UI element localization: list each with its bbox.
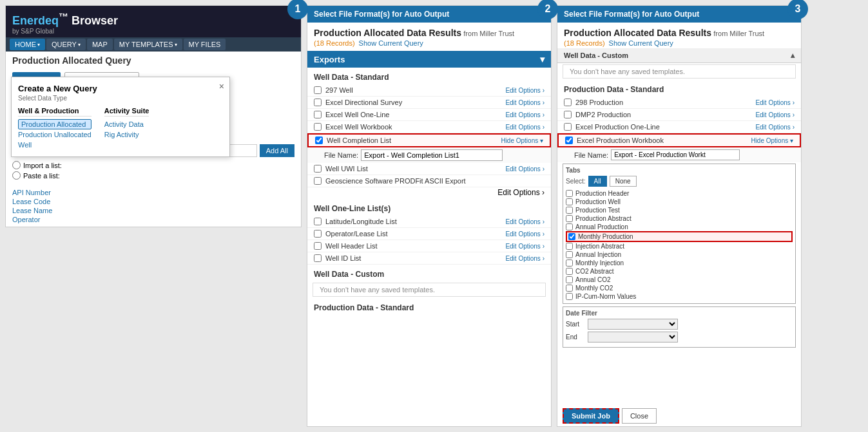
checkbox-prodfit[interactable]: [314, 177, 322, 185]
edit-options-oneline[interactable]: Edit Options ›: [505, 111, 545, 118]
checkbox-ip-cum[interactable]: [566, 293, 573, 300]
checkbox-wellheader[interactable]: [314, 242, 322, 250]
tab-label-annual-injection: Annual Injection: [575, 251, 621, 258]
file-name-input-prod[interactable]: [611, 149, 740, 160]
checkbox-annual-co2[interactable]: [566, 276, 573, 283]
paste-radio[interactable]: [12, 171, 21, 180]
date-start-row: Start: [566, 319, 793, 330]
checkbox-monthly-co2[interactable]: [566, 285, 573, 292]
checkbox-dmp2[interactable]: [564, 111, 572, 118]
edit-options-excel-prod-oneline[interactable]: Edit Options ›: [755, 124, 795, 131]
hide-options-completion[interactable]: Hide Options ▾: [501, 137, 543, 144]
edit-options-wellheader[interactable]: Edit Options ›: [505, 243, 545, 250]
panel-2-wrapper: Select File Format(s) for Auto Output Pr…: [307, 5, 552, 427]
tabs-none-button[interactable]: None: [610, 176, 637, 187]
checkbox-workbook[interactable]: [314, 123, 322, 131]
export-row-prodfit: Geoscience Software PRODFit ASCII Export: [307, 175, 551, 187]
tab-label-annual-co2: Annual CO2: [575, 276, 610, 283]
checkbox-prod-well[interactable]: [566, 198, 573, 205]
edit-options-298prod[interactable]: Edit Options ›: [755, 99, 795, 106]
tab-row-annual-injection: Annual Injection: [566, 250, 793, 259]
dropdown-title: Create a New Query: [18, 84, 223, 93]
links-area: API Number Lease Code Lease Name Operato…: [6, 185, 301, 227]
checkbox-prod-test[interactable]: [566, 207, 573, 214]
import-radio[interactable]: [12, 161, 21, 169]
nav-map[interactable]: MAP: [87, 39, 113, 50]
file-name-input-completion[interactable]: [361, 149, 503, 161]
panel2-records-row: (18 Records) Show Current Query: [314, 39, 545, 47]
edit-options-uwi[interactable]: Edit Options ›: [505, 165, 545, 173]
checkbox-completion[interactable]: [315, 136, 323, 144]
edit-options-directional[interactable]: Edit Options ›: [505, 99, 545, 106]
operator-link[interactable]: Operator: [12, 215, 294, 224]
show-current-query-link[interactable]: Show Current Query: [359, 39, 423, 47]
panel2-big-title: Production Allocated Data Results from M…: [314, 28, 545, 38]
label-297well: 297 Well: [325, 86, 505, 94]
checkbox-co2-abstract[interactable]: [566, 268, 573, 275]
date-start-select[interactable]: [588, 319, 678, 330]
checkbox-annual-prod[interactable]: [566, 223, 573, 230]
panel3-records-count: (18 Records): [564, 39, 605, 47]
panel-1: Enerdeq™ Browser by S&P Global HOME ▾ QU…: [5, 5, 302, 427]
export-row-completion: Well Completion List Hide Options ▾: [307, 133, 551, 147]
panel2-records-count: (18 Records): [314, 39, 355, 47]
checkbox-oplease[interactable]: [314, 230, 322, 238]
close-dropdown-button[interactable]: ×: [219, 81, 224, 91]
exports-bar[interactable]: Exports ▾: [307, 51, 551, 68]
edit-options-wellid[interactable]: Edit Options ›: [505, 255, 545, 262]
export-row-uwi: Well UWI List Edit Options ›: [307, 163, 551, 175]
checkbox-injection-abstract[interactable]: [566, 243, 573, 250]
hide-options-excel-prod-workbook[interactable]: Hide Options ▾: [751, 137, 793, 144]
production-unallocated-link[interactable]: Production Unallocated: [18, 129, 92, 140]
checkbox-uwi[interactable]: [314, 165, 322, 173]
edit-options-297well[interactable]: Edit Options ›: [505, 87, 545, 94]
lease-name-link[interactable]: Lease Name: [12, 206, 294, 215]
checkbox-excel-prod-workbook[interactable]: [565, 136, 573, 144]
activity-data-link[interactable]: Activity Data: [104, 119, 149, 129]
nav-query[interactable]: QUERY ▾: [46, 39, 86, 50]
add-all-button[interactable]: Add All: [260, 144, 294, 157]
checkbox-wellid[interactable]: [314, 254, 322, 262]
lease-code-link[interactable]: Lease Code: [12, 197, 294, 206]
edit-options-oplease[interactable]: Edit Options ›: [505, 230, 545, 238]
panel2-header: Select File Format(s) for Auto Output: [307, 6, 551, 23]
date-start-label: Start: [566, 321, 585, 328]
checkbox-monthly-prod[interactable]: [568, 233, 575, 240]
edit-options-prodfit[interactable]: Edit Options ›: [497, 188, 545, 197]
date-end-select[interactable]: [588, 332, 678, 343]
checkbox-latlng[interactable]: [314, 218, 322, 225]
nav-templates[interactable]: MY TEMPLATES ▾: [114, 39, 182, 50]
submit-job-button[interactable]: Submit Job: [563, 408, 619, 424]
tab-row-prod-well: Production Well: [566, 198, 793, 206]
well-link[interactable]: Well: [18, 140, 92, 150]
rig-activity-link[interactable]: Rig Activity: [104, 129, 149, 140]
nav-home[interactable]: HOME ▾: [10, 39, 45, 50]
checkbox-prod-header[interactable]: [566, 190, 573, 197]
checkbox-directional[interactable]: [314, 99, 322, 106]
checkbox-297well[interactable]: [314, 86, 322, 94]
checkbox-monthly-injection[interactable]: [566, 259, 573, 267]
well-data-custom-bar[interactable]: Well Data - Custom ▴: [557, 48, 801, 63]
checkbox-298prod[interactable]: [564, 99, 572, 106]
nav-files[interactable]: MY FILES: [184, 39, 226, 50]
checkbox-prod-abstract[interactable]: [566, 215, 573, 222]
label-dmp2: DMP2 Production: [575, 111, 755, 118]
checkbox-annual-injection[interactable]: [566, 251, 573, 258]
edit-options-dmp2[interactable]: Edit Options ›: [755, 111, 795, 118]
checkbox-oneline[interactable]: [314, 111, 322, 118]
tabs-all-button[interactable]: All: [588, 176, 607, 187]
production-allocated-link[interactable]: Production Allocated: [18, 119, 92, 129]
import-radio-row: Import a list:: [12, 161, 294, 169]
file-name-label-prod: File Name:: [574, 151, 608, 159]
checkbox-excel-prod-oneline[interactable]: [564, 123, 572, 131]
edit-options-workbook[interactable]: Edit Options ›: [505, 124, 545, 131]
date-end-label: End: [566, 333, 585, 341]
paste-label: Paste a list:: [23, 172, 60, 180]
label-wellid: Well ID List: [325, 254, 505, 262]
api-number-link[interactable]: API Number: [12, 188, 294, 197]
edit-options-latlng[interactable]: Edit Options ›: [505, 218, 545, 225]
nav-templates-arrow: ▾: [175, 42, 177, 48]
close-button[interactable]: Close: [622, 408, 657, 424]
panel3-show-query-link[interactable]: Show Current Query: [609, 39, 673, 47]
step-badge-3: 3: [787, 0, 808, 19]
